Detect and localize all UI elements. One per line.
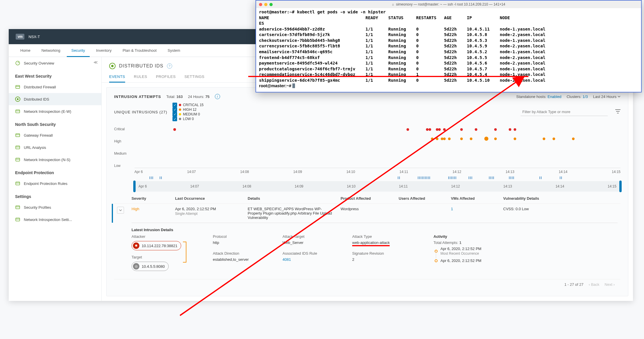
chart-point[interactable] [514,128,516,131]
col-header[interactable]: Details [248,196,341,201]
pager-back[interactable]: ‹ Back [589,282,599,287]
pager-range: 1 - 27 of 27 [564,282,584,287]
sidebar-icon [15,133,20,138]
severity-check-high[interactable]: ✓ HIGH 12 [172,107,204,112]
brush-label: 14:14 [555,184,564,188]
pager-next[interactable]: Next › [605,282,615,287]
nav-system[interactable]: System [163,44,185,57]
col-header[interactable]: Severity [132,196,175,201]
nav-security[interactable]: Security [67,44,90,57]
brush-label: 14:11 [399,184,408,188]
terminal-cursor [292,83,295,88]
chart-point[interactable] [431,138,433,140]
chart-point[interactable] [470,138,472,140]
nav-plan-troubleshoot[interactable]: Plan & Troubleshoot [118,44,161,57]
chart-point[interactable] [572,138,575,140]
brush-label: Apr 6 [138,184,147,188]
tab-rules[interactable]: RULES [134,74,147,82]
severity-check-critical[interactable]: ✓ CRITICAL 15 [172,103,204,107]
chart-point[interactable] [436,138,438,140]
chart-point[interactable] [406,128,409,131]
y-label: High [114,139,127,143]
chart-point[interactable] [509,128,511,131]
time-brush[interactable]: Apr 614:0714:0814:0914:1014:1114:1214:13… [134,181,620,192]
sidebar-item-url-analysis[interactable]: URL Analysis [9,141,101,154]
terminal-window: ⌂ simeonovy — root@master: ~ — ssh -l ro… [256,0,642,92]
severity-check-medium[interactable]: ✓ MEDIUM 0 [172,112,204,117]
sidebar-item-network-introspection-e-w-[interactable]: Network Introspection (E-W) [9,105,101,117]
col-header[interactable]: Vulnerability Details [503,196,618,201]
sidebar-group-title: Endpoint Protection [9,166,101,177]
tab-profiles[interactable]: PROFILES [156,74,176,82]
chart-area[interactable] [134,127,620,168]
chart-point[interactable] [460,138,463,140]
brand-title: NSX-T [28,35,40,39]
attacker-pill[interactable]: ✱10.114.222.78:38821 [132,241,181,250]
brush-label: 14:15 [608,184,616,188]
sidebar-item-label: Distributed IDS [24,97,49,101]
intrusion-attempts-label: INTRUSION ATTEMPTS [114,94,161,99]
sidebar-item-distributed-ids[interactable]: Distributed IDS [9,93,101,105]
sidebar-item-distributed-firewall[interactable]: Distributed Firewall [9,81,101,93]
target-pill[interactable]: ◎10.4.5.5:8080 [132,262,169,271]
expand-row-button[interactable] [117,207,124,214]
chart-point[interactable] [460,128,463,131]
y-label: Critical [114,127,127,131]
svg-rect-4 [16,146,20,149]
row-product: Wordpress [341,207,399,211]
chart-point[interactable] [443,138,446,140]
collapse-icon[interactable]: ≪ [93,60,98,65]
chart-point[interactable] [543,138,545,140]
x-label: Apr 6 [134,170,143,174]
brush-label: 14:13 [503,184,512,188]
tab-events[interactable]: EVENTS [109,74,125,82]
nav-inventory[interactable]: Inventory [91,44,116,57]
chart-point[interactable] [514,138,516,140]
ids-rule-link[interactable]: 4081 [283,257,291,262]
time-range-dropdown[interactable]: Last 24 Hours [593,94,620,99]
nav-networking[interactable]: Networking [37,44,65,57]
col-header[interactable]: Product Affected [341,196,399,201]
chart-point[interactable] [475,128,477,131]
maximize-icon[interactable] [269,3,273,6]
sidebar-group-title: Settings [9,190,101,201]
chart-point[interactable] [429,128,431,131]
info-icon[interactable]: i [215,94,220,99]
close-icon[interactable] [259,3,262,6]
sidebar-overview[interactable]: Security Overview [9,57,101,69]
tab-settings[interactable]: SETTINGS [184,74,204,82]
clusters-link[interactable]: 1/3 [582,94,588,99]
col-header[interactable]: VMs Affected [451,196,503,201]
minimize-icon[interactable] [264,3,267,6]
svg-rect-5 [16,158,20,161]
chart-point[interactable] [438,128,441,131]
filter-input[interactable] [521,108,608,116]
svg-rect-7 [16,206,20,209]
chart-point[interactable] [553,138,555,140]
row-vms-link[interactable]: 1 [451,207,453,211]
sidebar-item-network-introspection-n-s-[interactable]: Network Introspection (N-S) [9,154,101,166]
sidebar-item-endpoint-protection-rules[interactable]: Endpoint Protection Rules [9,177,101,190]
sidebar-item-network-introspection-setti-[interactable]: Network Introspection Setti... [9,213,101,226]
x-label: 14:11 [400,170,408,174]
chart-point[interactable] [443,128,446,131]
terminal-titlebar[interactable]: ⌂ simeonovy — root@master: ~ — ssh -l ro… [256,1,641,8]
chart-point[interactable] [173,128,176,131]
nav-home[interactable]: Home [16,44,35,57]
sidebar-item-security-profiles[interactable]: Security Profiles [9,201,101,213]
sidebar-icon [15,205,20,210]
terminal-body[interactable]: root@master:~# kubectl get pods -o wide … [256,8,641,92]
chart-point[interactable] [494,128,497,131]
col-header[interactable]: Last Occurrence [175,196,248,201]
chart-point[interactable] [494,138,497,140]
severity-check-low[interactable]: ✓ LOW 0 [172,117,204,121]
sidebar-item-gateway-firewall[interactable]: Gateway Firewall [9,129,101,141]
filter-settings-icon[interactable] [615,109,620,115]
window-controls[interactable] [259,3,273,6]
sidebar-icon [15,84,20,90]
col-header[interactable]: Users Affected [399,196,451,201]
chart-point[interactable] [484,137,488,141]
standalone-link[interactable]: Enabled [548,94,562,99]
chart-point[interactable] [448,138,451,140]
help-icon[interactable]: ? [167,63,172,69]
